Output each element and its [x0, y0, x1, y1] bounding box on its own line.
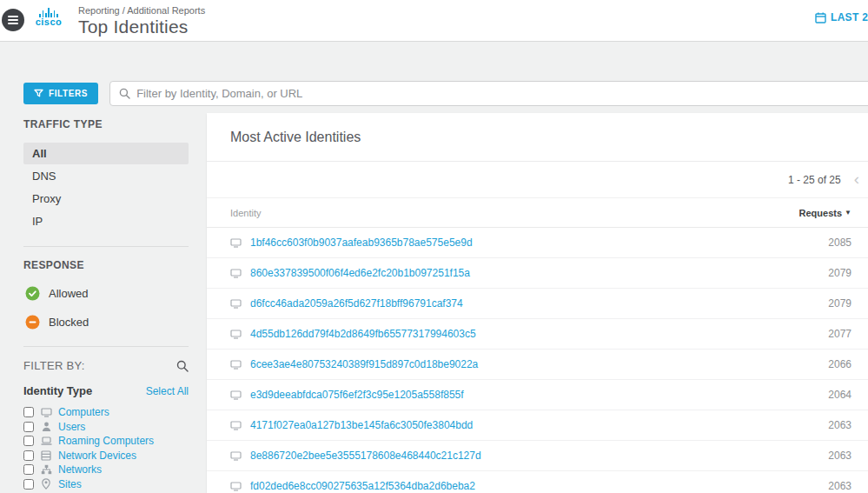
requests-count: 2066	[828, 358, 851, 370]
response-item-blocked[interactable]: Blocked	[25, 312, 189, 332]
chevron-left-icon[interactable]: ‹	[852, 170, 861, 190]
cisco-logo: cisco	[31, 8, 66, 27]
requests-count: 2063	[828, 480, 851, 492]
identity-type-header: Identity Type Select All	[23, 384, 189, 397]
date-range-label: LAST 24	[831, 11, 868, 23]
network-device-icon	[40, 450, 52, 461]
card-title: Most Active Identities	[230, 130, 361, 145]
table-row: 860e337839500f06f4ed6e2fc20b1b097251f15a…	[207, 258, 868, 289]
traffic-type-item-proxy[interactable]: Proxy	[23, 188, 189, 210]
requests-count: 2063	[828, 419, 851, 431]
allowed-icon	[25, 286, 40, 301]
requests-count: 2077	[828, 328, 851, 340]
menu-icon[interactable]	[2, 9, 24, 31]
sidebar-search-icon[interactable]	[176, 360, 189, 372]
requests-count: 2063	[828, 450, 851, 462]
blocked-icon	[25, 315, 40, 330]
response-label: Allowed	[49, 287, 89, 300]
users-checkbox[interactable]	[23, 422, 34, 432]
traffic-type-title: TRAFFIC TYPE	[23, 118, 189, 130]
response-item-allowed[interactable]: Allowed	[25, 283, 189, 303]
traffic-type-label: Proxy	[32, 192, 61, 205]
computer-icon	[230, 390, 242, 400]
cisco-wordmark: cisco	[31, 17, 66, 27]
page-title: Top Identities	[78, 17, 205, 37]
table-row: 4171f027ea0a127b13be145fa6c3050fe3804bdd…	[207, 410, 868, 441]
roaming-computers-checkbox[interactable]	[23, 436, 34, 446]
requests-count: 2085	[828, 237, 851, 249]
table-row: fd02ded6e8cc090275635a12f5364dba2d6beba2…	[207, 471, 868, 493]
table-row: 6cee3ae4e80753240389f915d897c0d18be9022a…	[207, 350, 868, 380]
laptop-icon	[40, 436, 52, 445]
identity-type-label: Roaming Computers	[58, 435, 154, 447]
traffic-type-item-all[interactable]: All	[23, 143, 189, 164]
identity-type-item-networks[interactable]: Networks	[23, 463, 189, 477]
pagination-range: 1 - 25 of 25	[788, 174, 841, 186]
table-row: 8e886720e2bee5e3555178608e468440c21c127d…	[207, 441, 868, 471]
identity-link[interactable]: 860e337839500f06f4ed6e2fc20b1b097251f15a	[250, 267, 470, 279]
global-search-box	[109, 81, 868, 106]
identity-type-item-computers[interactable]: Computers	[23, 405, 189, 420]
search-input[interactable]	[136, 87, 868, 100]
identity-type-label: Network Devices	[58, 450, 136, 462]
identity-link[interactable]: 4171f027ea0a127b13be145fa6c3050fe3804bdd	[250, 419, 473, 431]
filters-button-label: FILTERS	[49, 89, 88, 98]
table-row: e3d9deeabfdca075f6ef2f3c95e1205a558f855f…	[207, 380, 868, 410]
filter-toolbar: FILTERS	[23, 81, 868, 106]
date-range-selector[interactable]: LAST 24	[815, 11, 868, 23]
computer-icon	[230, 421, 242, 430]
filters-button[interactable]: FILTERS	[23, 83, 98, 104]
filter-by-title: FILTER BY:	[23, 359, 85, 372]
identity-link[interactable]: 1bf46cc603f0b9037aafeab9365b78ae575e5e9d	[250, 237, 473, 249]
computers-checkbox[interactable]	[23, 407, 34, 417]
sort-desc-icon: ▼	[845, 209, 851, 217]
computer-icon	[230, 269, 242, 278]
computer-icon	[230, 451, 242, 461]
most-active-identities-card: Most Active Identities 1 - 25 of 25 ‹ Id…	[207, 113, 868, 493]
calendar-icon	[815, 12, 826, 23]
network-devices-checkbox[interactable]	[23, 450, 34, 461]
identity-type-item-sites[interactable]: Sites	[23, 477, 189, 492]
identity-type-item-users[interactable]: Users	[23, 420, 189, 435]
identity-link[interactable]: e3d9deeabfdca075f6ef2f3c95e1205a558f855f	[250, 389, 464, 401]
identity-type-item-network-devices[interactable]: Network Devices	[23, 449, 189, 463]
filter-by-row: FILTER BY:	[23, 359, 189, 372]
table-row: 4d55db126dd79f4b2d8649fb65577317994603c5…	[207, 319, 868, 350]
top-header: cisco Reporting / Additional Reports Top…	[0, 0, 868, 42]
table-header-row: Identity Requests ▼	[207, 198, 868, 228]
identity-link[interactable]: fd02ded6e8cc090275635a12f5364dba2d6beba2	[250, 480, 475, 492]
select-all-link[interactable]: Select All	[146, 385, 189, 397]
table-row: d6fcc46ada2059a26f5d627f18bff96791caf374…	[207, 289, 868, 319]
funnel-icon	[34, 89, 43, 98]
identity-type-label: Sites	[58, 478, 82, 490]
sidebar-divider	[23, 346, 189, 347]
networks-checkbox[interactable]	[23, 464, 34, 475]
computer-icon	[230, 360, 242, 370]
traffic-type-item-dns[interactable]: DNS	[23, 165, 189, 187]
identity-link[interactable]: 4d55db126dd79f4b2d8649fb65577317994603c5	[250, 328, 476, 340]
identity-column-header: Identity	[230, 208, 261, 218]
identity-type-item-roaming-computers[interactable]: Roaming Computers	[23, 434, 189, 449]
card-title-row: Most Active Identities	[207, 113, 868, 162]
requests-column-header[interactable]: Requests ▼	[799, 208, 851, 218]
traffic-type-label: IP	[32, 215, 43, 228]
title-block: Reporting / Additional Reports Top Ident…	[78, 5, 205, 37]
site-pin-icon	[40, 478, 52, 490]
identity-link[interactable]: 6cee3ae4e80753240389f915d897c0d18be9022a	[250, 358, 478, 370]
sites-checkbox[interactable]	[23, 479, 34, 490]
response-title: RESPONSE	[23, 259, 189, 271]
identity-link[interactable]: 8e886720e2bee5e3555178608e468440c21c127d	[250, 450, 481, 462]
identity-link[interactable]: d6fcc46ada2059a26f5d627f18bff96791caf374	[250, 297, 463, 310]
identity-type-label: Networks	[58, 463, 102, 476]
requests-count: 2064	[828, 389, 851, 401]
computer-icon	[40, 408, 52, 417]
sidebar-divider	[23, 246, 189, 247]
table-row: 1bf46cc603f0b9037aafeab9365b78ae575e5e9d…	[207, 228, 868, 258]
requests-count: 2079	[828, 267, 851, 279]
response-label: Blocked	[49, 316, 89, 329]
identity-type-title: Identity Type	[23, 384, 92, 397]
user-icon	[40, 422, 52, 432]
computer-icon	[230, 482, 242, 491]
traffic-type-label: DNS	[32, 170, 56, 183]
traffic-type-item-ip[interactable]: IP	[23, 210, 189, 232]
